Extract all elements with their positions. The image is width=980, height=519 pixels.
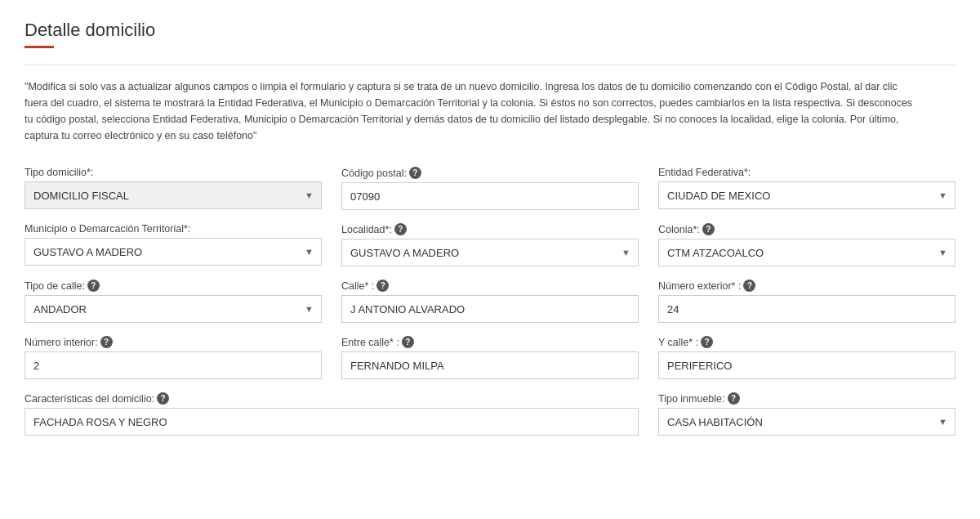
y-calle-label: Y calle* : ? — [658, 336, 956, 348]
tipo-inmueble-label: Tipo inmueble: ? — [658, 392, 956, 405]
localidad-label: Localidad*: ? — [341, 223, 639, 235]
tipo-calle-help-icon[interactable]: ? — [87, 280, 100, 292]
codigo-postal-help-icon[interactable]: ? — [409, 167, 421, 179]
tipo-inmueble-wrapper: CASA HABITACIÓN ▼ — [658, 408, 956, 436]
section-divider — [24, 65, 956, 65]
y-calle-group: Y calle* : ? — [658, 336, 956, 379]
y-calle-input[interactable] — [658, 351, 956, 379]
caracteristicas-label: Características del domicilio: ? — [24, 392, 639, 405]
localidad-group: Localidad*: ? GUSTAVO A MADERO ▼ — [341, 223, 639, 266]
tipo-domicilio-wrapper: DOMICILIO FISCAL ▼ — [24, 181, 322, 209]
colonia-group: Colonia*: ? CTM ATZACOALCO ▼ — [658, 223, 956, 266]
entre-calle-label: Entre calle* : ? — [341, 336, 639, 348]
numero-interior-input[interactable] — [24, 351, 322, 379]
entre-calle-help-icon[interactable]: ? — [402, 336, 414, 348]
colonia-select[interactable]: CTM ATZACOALCO — [658, 239, 956, 266]
numero-exterior-input[interactable] — [658, 295, 956, 323]
tipo-domicilio-group: Tipo domicilio*: DOMICILIO FISCAL ▼ — [24, 167, 322, 210]
codigo-postal-label: Código postal: ? — [341, 167, 639, 179]
tipo-domicilio-label: Tipo domicilio*: — [24, 167, 322, 178]
localidad-select[interactable]: GUSTAVO A MADERO — [341, 239, 639, 266]
instructions-text: "Modifica si solo vas a actualizar algun… — [24, 78, 923, 144]
numero-exterior-group: Número exterior* : ? — [658, 280, 956, 323]
localidad-help-icon[interactable]: ? — [394, 223, 407, 235]
colonia-wrapper: CTM ATZACOALCO ▼ — [658, 239, 956, 266]
title-underline — [24, 46, 54, 48]
numero-exterior-label: Número exterior* : ? — [658, 280, 956, 292]
entre-calle-input[interactable] — [341, 351, 639, 379]
caracteristicas-group: Características del domicilio: ? — [24, 392, 639, 436]
numero-interior-label: Número interior: ? — [24, 336, 322, 348]
municipio-group: Municipio o Demarcación Territorial*: GU… — [24, 223, 322, 266]
entidad-federativa-wrapper: CIUDAD DE MEXICO ▼ — [658, 181, 956, 209]
tipo-calle-select[interactable]: ANDADOR — [24, 295, 322, 323]
caracteristicas-help-icon[interactable]: ? — [157, 392, 169, 405]
page-title: Detalle domicilio — [24, 20, 956, 41]
tipo-calle-group: Tipo de calle: ? ANDADOR ▼ — [24, 280, 322, 323]
colonia-label: Colonia*: ? — [658, 223, 956, 235]
y-calle-help-icon[interactable]: ? — [701, 336, 713, 348]
tipo-calle-wrapper: ANDADOR ▼ — [24, 295, 322, 323]
calle-help-icon[interactable]: ? — [376, 280, 389, 292]
municipio-wrapper: GUSTAVO A MADERO ▼ — [24, 238, 322, 266]
calle-input[interactable] — [341, 295, 639, 323]
tipo-calle-label: Tipo de calle: ? — [24, 280, 322, 292]
tipo-inmueble-help-icon[interactable]: ? — [728, 392, 740, 405]
codigo-postal-input[interactable] — [341, 182, 639, 210]
colonia-help-icon[interactable]: ? — [702, 223, 715, 235]
form-grid: Tipo domicilio*: DOMICILIO FISCAL ▼ Códi… — [24, 167, 956, 436]
entidad-federativa-select[interactable]: CIUDAD DE MEXICO — [658, 181, 956, 209]
localidad-wrapper: GUSTAVO A MADERO ▼ — [341, 239, 639, 266]
numero-exterior-help-icon[interactable]: ? — [743, 280, 755, 292]
calle-label: Calle* : ? — [341, 280, 639, 292]
tipo-inmueble-select[interactable]: CASA HABITACIÓN — [658, 408, 956, 436]
municipio-select[interactable]: GUSTAVO A MADERO — [24, 238, 322, 266]
entre-calle-group: Entre calle* : ? — [341, 336, 639, 379]
numero-interior-group: Número interior: ? — [24, 336, 322, 379]
page-container: Detalle domicilio "Modifica si solo vas … — [0, 0, 980, 455]
calle-group: Calle* : ? — [341, 280, 639, 323]
codigo-postal-group: Código postal: ? — [341, 167, 639, 210]
numero-interior-help-icon[interactable]: ? — [100, 336, 113, 348]
municipio-label: Municipio o Demarcación Territorial*: — [24, 223, 322, 235]
tipo-domicilio-select[interactable]: DOMICILIO FISCAL — [24, 181, 322, 209]
tipo-inmueble-group: Tipo inmueble: ? CASA HABITACIÓN ▼ — [658, 392, 956, 436]
entidad-federativa-group: Entidad Federativa*: CIUDAD DE MEXICO ▼ — [658, 167, 956, 210]
entidad-federativa-label: Entidad Federativa*: — [658, 167, 956, 178]
caracteristicas-input[interactable] — [24, 408, 639, 436]
